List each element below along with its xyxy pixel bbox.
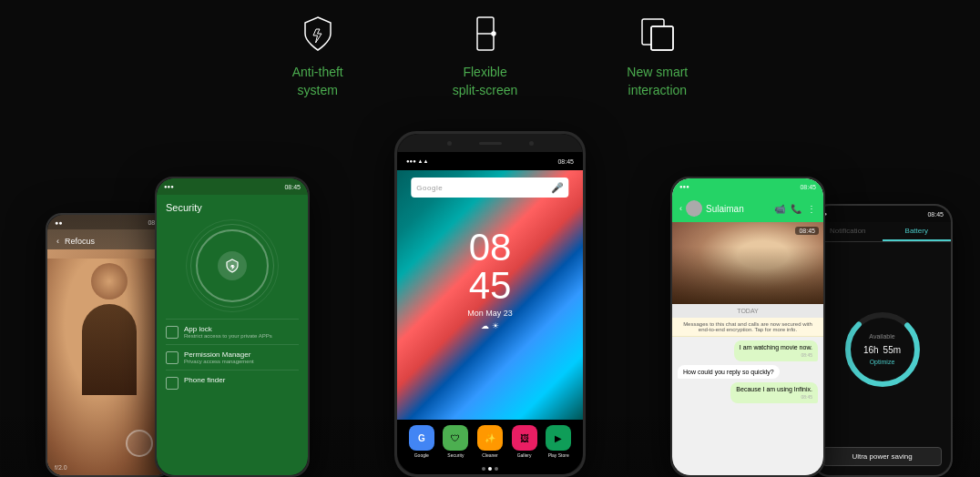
time-weather-icons: ☁ ☀ bbox=[467, 321, 513, 330]
playstore-app-label: Play Store bbox=[548, 452, 569, 458]
phone3-statusbar: ●●● ▲▲ 08:45 bbox=[397, 152, 583, 170]
today-label: TODAY bbox=[672, 304, 823, 318]
phone-security: ●●● 08:45 Security bbox=[155, 177, 310, 477]
phone-center-screen: ●●● ▲▲ 08:45 Google 🎤 08 45 Mon May 23 ☁… bbox=[397, 134, 583, 474]
phone2-statusbar: ●●● 08:45 bbox=[157, 178, 308, 195]
app-gallery: 🖼 Gallery bbox=[512, 425, 537, 458]
encryption-notice: Messages to this chat and calls are now … bbox=[672, 318, 823, 337]
phone1-header: ‹ Refocus bbox=[47, 229, 171, 249]
phone3-clock: 08 45 Mon May 23 ☁ ☀ bbox=[467, 228, 513, 330]
phone-refocus: ●● 08:45 ‹ Refocus f/2.0 bbox=[46, 213, 173, 477]
app-cleaner: ✨ Cleaner bbox=[477, 425, 503, 458]
voice-call-icon[interactable]: 📞 bbox=[791, 204, 801, 214]
phone4-chat-header: ‹ Sulaiman 📹 📞 ⋮ bbox=[672, 195, 823, 222]
phone2-menu: App lock Restrict access to your private… bbox=[157, 311, 308, 475]
anti-theft-label: Anti-theft system bbox=[292, 64, 343, 99]
phone5-tab-bar: Notification Battery bbox=[813, 222, 951, 242]
google-logo: Google bbox=[416, 184, 443, 192]
phone-center: ●●● ▲▲ 08:45 Google 🎤 08 45 Mon May 23 ☁… bbox=[394, 131, 586, 477]
chat-media-image: 08:45 bbox=[672, 222, 823, 304]
message-received-1: How could you reply so quickly? bbox=[678, 365, 780, 379]
features-bar: Anti-theft system Flexible split-screen bbox=[0, 0, 980, 99]
google-mic-icon: 🎤 bbox=[551, 182, 564, 194]
app-security: 🛡 Security bbox=[443, 425, 468, 458]
security-radar bbox=[157, 220, 308, 311]
battery-circle-area: Available 16h 55m Optimize bbox=[813, 242, 951, 447]
app-playstore: ▶ Play Store bbox=[546, 425, 571, 458]
camera-speaker bbox=[479, 142, 502, 145]
phone3-app-dock: G Google 🛡 Security ✨ Cleaner bbox=[397, 420, 583, 463]
ultra-power-saving-button[interactable]: Ultra power saving bbox=[822, 447, 942, 466]
phone3-wallpaper: Google 🎤 08 45 Mon May 23 ☁ ☀ bbox=[397, 170, 583, 420]
phone-battery: ●● 08:45 Notification Battery bbox=[812, 204, 953, 477]
phonefinder-icon bbox=[166, 377, 179, 390]
phone3-camera-area bbox=[397, 134, 583, 152]
shield-inner-icon bbox=[218, 251, 247, 280]
contact-name: Sulaiman bbox=[706, 204, 744, 214]
refocus-circle bbox=[126, 430, 153, 457]
camera-dot bbox=[447, 141, 452, 146]
permission-sub: Privacy access management bbox=[184, 359, 254, 364]
menu-item-permission: Permission Manager Privacy access manage… bbox=[166, 344, 299, 370]
message-sent-1: I am watching movie now. 08:45 bbox=[734, 340, 818, 361]
google-app-label: Google bbox=[414, 452, 429, 458]
applock-sub: Restrict access to your private APPs bbox=[184, 333, 272, 339]
phone-battery-screen: ●● 08:45 Notification Battery bbox=[813, 206, 951, 475]
split-screen-icon bbox=[463, 11, 508, 56]
msg-time-1: 08:45 bbox=[740, 352, 812, 358]
phone-messaging-screen: ●●● 08:45 ‹ Sulaiman 📹 📞 ⋮ bbox=[672, 178, 823, 475]
smart-interaction-label: New smart interaction bbox=[627, 64, 688, 99]
svg-rect-4 bbox=[651, 26, 673, 50]
dot-2 bbox=[488, 467, 492, 471]
permission-title: Permission Manager bbox=[184, 350, 254, 359]
google-search-bar[interactable]: Google 🎤 bbox=[411, 178, 568, 198]
dot-1 bbox=[482, 467, 485, 471]
video-call-icon[interactable]: 📹 bbox=[774, 204, 785, 214]
chat-action-icons: 📹 📞 ⋮ bbox=[774, 204, 816, 214]
phone1-statusbar: ●● 08:45 bbox=[47, 215, 171, 229]
gallery-app-label: Gallery bbox=[517, 452, 532, 458]
phone1-portrait-image: f/2.0 bbox=[47, 249, 171, 475]
phone-security-screen: ●●● 08:45 Security bbox=[157, 178, 308, 475]
optimize-button[interactable]: Optimize bbox=[863, 359, 901, 365]
google-app-icon: G bbox=[409, 425, 434, 451]
app-google: G Google bbox=[409, 425, 434, 458]
time-hours: 08 45 bbox=[467, 228, 513, 305]
more-options-icon[interactable]: ⋮ bbox=[807, 204, 816, 214]
tab-battery[interactable]: Battery bbox=[883, 222, 952, 241]
menu-item-applock: App lock Restrict access to your private… bbox=[166, 319, 299, 344]
sensor-dot bbox=[529, 141, 534, 146]
svg-point-2 bbox=[492, 32, 495, 36]
feature-split-screen: Flexible split-screen bbox=[453, 11, 518, 99]
chat-messages: I am watching movie now. 08:45 How could… bbox=[672, 337, 823, 475]
battery-ring: Available 16h 55m Optimize bbox=[842, 309, 924, 391]
smart-interaction-icon bbox=[635, 11, 680, 56]
msg-time-2: 08:45 bbox=[736, 394, 812, 400]
cleaner-app-icon: ✨ bbox=[477, 425, 503, 451]
security-app-icon: 🛡 bbox=[443, 425, 468, 451]
cleaner-app-label: Cleaner bbox=[482, 452, 498, 458]
phone-messaging: ●●● 08:45 ‹ Sulaiman 📹 📞 ⋮ bbox=[670, 177, 825, 477]
phones-showcase: ●● 08:45 ‹ Refocus f/2.0 bbox=[0, 131, 980, 477]
message-sent-2: Because I am using Infinix. 08:45 bbox=[730, 382, 818, 403]
feature-smart-interaction: New smart interaction bbox=[627, 11, 688, 99]
phone3-page-dots bbox=[397, 463, 583, 474]
time-date: Mon May 23 bbox=[467, 309, 513, 318]
anti-theft-icon bbox=[295, 11, 341, 56]
phonefinder-title: Phone finder bbox=[184, 376, 225, 384]
phone2-title: Security bbox=[157, 195, 308, 220]
playstore-app-icon: ▶ bbox=[546, 425, 571, 451]
split-screen-label: Flexible split-screen bbox=[453, 64, 518, 99]
security-app-label: Security bbox=[447, 452, 464, 458]
battery-info: Available 16h 55m Optimize bbox=[863, 333, 901, 366]
permission-icon bbox=[166, 351, 179, 364]
gallery-app-icon: 🖼 bbox=[512, 425, 537, 451]
security-circle bbox=[196, 229, 269, 302]
phone5-statusbar: ●● 08:45 bbox=[813, 206, 951, 222]
applock-icon bbox=[166, 326, 179, 339]
battery-time-display: 16h 55m bbox=[863, 340, 901, 358]
feature-anti-theft: Anti-theft system bbox=[292, 11, 343, 99]
phone-refocus-screen: ●● 08:45 ‹ Refocus f/2.0 bbox=[47, 215, 171, 475]
dot-3 bbox=[495, 467, 498, 471]
phone4-statusbar: ●●● 08:45 bbox=[672, 178, 823, 195]
